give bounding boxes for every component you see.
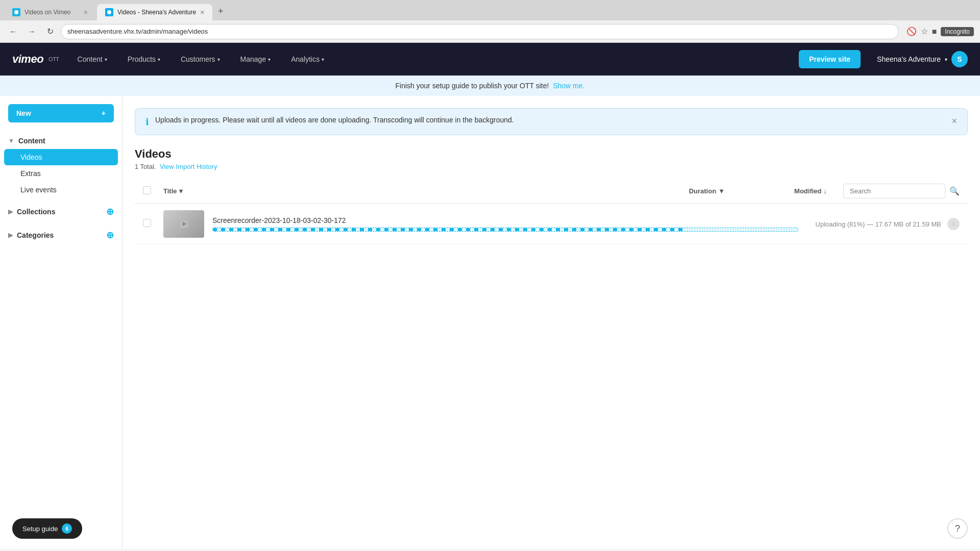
new-button-icon: + [102,109,106,117]
col-checkbox-header [143,186,163,196]
upload-notice-text: Uploads in progress. Please wait until a… [155,116,945,124]
tab-1[interactable]: Videos on Vimeo × [4,4,96,20]
analytics-arrow: ▾ [322,57,324,62]
table-row: Screenrecorder-2023-10-18-03-02-30-172 U… [135,204,968,244]
categories-chevron-icon: ▶ [8,232,13,239]
categories-add-icon[interactable]: ⊕ [106,230,114,241]
thumb-placeholder [163,210,204,238]
title-sort-arrow: ▾ [179,187,183,195]
nav-products[interactable]: Products ▾ [126,51,162,67]
content-chevron-icon: ▼ [8,137,14,144]
sidebar-live-events-label: Live events [20,186,57,194]
customers-arrow: ▾ [217,57,220,62]
eye-slash-icon: 🚫 [906,27,917,36]
star-icon[interactable]: ☆ [921,27,928,36]
new-button-label: New [16,109,31,117]
forward-button[interactable]: → [24,24,39,39]
setup-banner: Finish your setup guide to publish your … [0,76,980,96]
sidebar-item-live-events[interactable]: Live events [0,182,122,198]
tab-1-favicon [12,8,20,16]
row-checkbox-col [143,219,163,229]
col-title-header[interactable]: Title ▾ [163,187,633,195]
reload-button[interactable]: ↻ [43,24,57,39]
address-bar: ← → ↻ 🚫 ☆ ■ Incognito [0,20,980,43]
upload-progress-bar-container [212,228,798,232]
row-checkbox[interactable] [143,219,151,227]
collections-add-icon[interactable]: ⊕ [106,206,114,217]
nav-content[interactable]: Content ▾ [76,51,109,67]
row-close-button[interactable]: × [947,218,960,230]
tab-2-favicon [105,8,113,16]
collections-chevron-icon: ▶ [8,208,13,215]
address-input[interactable] [61,24,898,39]
new-tab-button[interactable]: + [213,4,228,18]
sidebar-collections-header[interactable]: ▶ Collections ⊕ [0,202,122,221]
app: vimeo OTT Content ▾ Products ▾ Customers… [0,43,980,549]
manage-arrow: ▾ [268,57,271,62]
video-name: Screenrecorder-2023-10-18-03-02-30-172 [212,216,798,224]
tab-bar: Videos on Vimeo × Videos - Sheena's Adve… [0,0,980,20]
setup-banner-text: Finish your setup guide to publish your … [396,82,549,90]
upload-status: Uploading (81%) — 17.67 MB of 21.59 MB [798,220,941,228]
incognito-badge: Incognito [941,27,974,36]
sidebar-section-categories: ▶ Categories ⊕ [0,223,122,247]
setup-guide-label: Setup guide [22,525,58,533]
search-box: 🔍 [843,184,960,198]
modified-sort-arrow: ↓ [824,187,827,195]
nav-manage[interactable]: Manage ▾ [238,51,273,67]
select-all-checkbox[interactable] [143,186,151,194]
sidebar-collections-label: Collections [17,208,55,216]
video-thumbnail [163,210,204,238]
nav-customers[interactable]: Customers ▾ [179,51,222,67]
sidebar-section-content: ▼ Content Videos Extras Live events [0,131,122,200]
tab-2[interactable]: Videos - Sheena's Adventure × [97,4,212,20]
sidebar-categories-header[interactable]: ▶ Categories ⊕ [0,226,122,245]
sidebar-item-extras[interactable]: Extras [0,165,122,182]
sidebar-videos-label: Videos [20,153,42,161]
browser-chrome: Videos on Vimeo × Videos - Sheena's Adve… [0,0,980,43]
sidebar-content-label: Content [18,137,45,145]
account-name: Sheena's Adventure [877,55,941,63]
setup-guide-button[interactable]: Setup guide 6 [12,518,82,539]
account-button[interactable]: Sheena's Adventure ▾ S [877,51,968,67]
help-icon: ? [955,523,960,534]
videos-header: Videos 1 Total. View Import History [135,147,968,170]
avatar: S [951,51,968,67]
setup-banner-link[interactable]: Show me. [553,82,584,90]
setup-guide-badge: 6 [62,523,72,534]
tab-2-title: Videos - Sheena's Adventure [117,9,196,16]
upload-notice-close[interactable]: × [951,116,957,127]
sidebar: New + ▼ Content Videos Extras Live event… [0,96,122,549]
import-history-link[interactable]: View Import History [160,163,217,170]
sidebar-item-videos[interactable]: Videos [4,149,118,165]
content-area: ℹ Uploads in progress. Please wait until… [122,96,980,549]
preview-site-button[interactable]: Preview site [799,50,861,68]
top-nav: vimeo OTT Content ▾ Products ▾ Customers… [0,43,980,76]
sidebar-section-collections: ▶ Collections ⊕ [0,200,122,223]
logo: vimeo OTT [12,53,59,66]
tab-2-close[interactable]: × [200,8,204,16]
nav-analytics[interactable]: Analytics ▾ [289,51,326,67]
search-input[interactable] [843,184,945,198]
new-button[interactable]: New + [8,104,114,122]
main: New + ▼ Content Videos Extras Live event… [0,96,980,549]
content-arrow: ▾ [105,57,107,62]
videos-total: 1 Total. [135,163,156,170]
videos-meta: 1 Total. View Import History [135,163,968,170]
extensions-icon[interactable]: ■ [932,27,937,36]
logo-ott: OTT [48,56,59,62]
sidebar-categories-label: Categories [17,231,54,239]
col-modified-header[interactable]: Modified ↓ [725,187,827,195]
sidebar-content-header[interactable]: ▼ Content [0,133,122,149]
svg-point-0 [14,10,18,14]
table-controls: Title ▾ Duration ▼ Modified ↓ 🔍 [135,179,968,204]
tab-1-close[interactable]: × [84,8,88,16]
col-duration-header[interactable]: Duration ▼ [633,187,725,195]
back-button[interactable]: ← [6,24,20,39]
products-arrow: ▾ [158,57,160,62]
info-icon: ℹ [145,116,149,128]
videos-title: Videos [135,147,968,161]
help-button[interactable]: ? [947,518,968,539]
search-button[interactable]: 🔍 [949,186,960,196]
duration-sort-arrow: ▼ [718,187,725,195]
